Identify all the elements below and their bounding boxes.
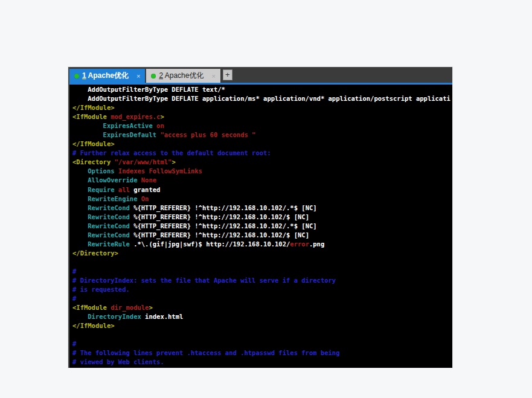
code-line: #: [72, 294, 452, 303]
code-line: # is requested.: [72, 285, 452, 294]
tab-number: 1: [82, 71, 86, 80]
code-line: [72, 258, 452, 267]
tab-label: 1 Apache优化: [82, 71, 129, 81]
code-line: </IfModule>: [72, 140, 452, 149]
code-line: <IfModule dir_module>: [72, 303, 452, 312]
code-line: <Directory "/var/www/html">: [72, 158, 452, 167]
code-line: #: [72, 267, 452, 276]
close-icon[interactable]: ×: [136, 72, 140, 80]
code-line: DirectoryIndex index.html: [72, 312, 452, 321]
code-line: </Directory>: [72, 249, 452, 258]
code-line: RewriteCond %{HTTP_REFERER} !^http://192…: [72, 204, 452, 213]
connected-status-icon: [151, 74, 156, 79]
code-line: ExpiresActive on: [72, 121, 452, 130]
code-line: Options Indexes FollowSymLinks: [72, 167, 452, 176]
tab-session-1[interactable]: 1 Apache优化 ×: [69, 69, 145, 83]
tab-bar: 1 Apache优化 × 2 Apache优化 × +: [69, 67, 452, 83]
code-line: #: [72, 339, 452, 348]
tab-session-2[interactable]: 2 Apache优化 ×: [146, 69, 220, 83]
code-line: Require all granted: [72, 185, 452, 194]
new-tab-button[interactable]: +: [223, 69, 232, 80]
code-line: </IfModule>: [72, 103, 452, 112]
code-line: RewriteCond %{HTTP_REFERER} !^http://192…: [72, 213, 452, 222]
code-line: </IfModule>: [72, 321, 452, 330]
code-line: ExpiresDefault "access plus 60 seconds ": [72, 130, 452, 140]
code-line: # viewed by Web clients.: [72, 358, 452, 367]
code-line: AddOutputFilterByType DEFLATE text/*: [72, 85, 452, 94]
tab-label: 2 Apache优化: [159, 71, 204, 81]
code-line: RewriteRule .*\.(gif|jpg|swf)$ http://19…: [72, 240, 452, 249]
tab-title: Apache优化: [86, 71, 129, 80]
code-line: [72, 330, 452, 339]
code-line: AllowOverride None: [72, 176, 452, 185]
close-icon[interactable]: ×: [211, 72, 215, 80]
connected-status-icon: [74, 74, 79, 79]
code-line: # Further relax access to the default do…: [72, 149, 452, 158]
code-line: # DirectoryIndex: sets the file that Apa…: [72, 276, 452, 285]
tab-title: Apache优化: [163, 71, 204, 80]
code-line: AddOutputFilterByType DEFLATE applicatio…: [72, 94, 452, 103]
desktop: { "window": { "tabs": [ { "number": "1",…: [0, 0, 532, 398]
code-line: RewriteEngine On: [72, 194, 452, 204]
code-line: RewriteCond %{HTTP_REFERER} !^http://192…: [72, 231, 452, 240]
terminal-window: 1 Apache优化 × 2 Apache优化 × + AddOutputFil…: [68, 67, 452, 368]
code-line: <IfModule mod_expires.c>: [72, 112, 452, 121]
code-line: # The following lines prevent .htaccess …: [72, 348, 452, 358]
terminal-output[interactable]: AddOutputFilterByType DEFLATE text/* Add…: [69, 85, 452, 368]
code-line: RewriteCond %{HTTP_REFERER} !^http://192…: [72, 222, 452, 231]
